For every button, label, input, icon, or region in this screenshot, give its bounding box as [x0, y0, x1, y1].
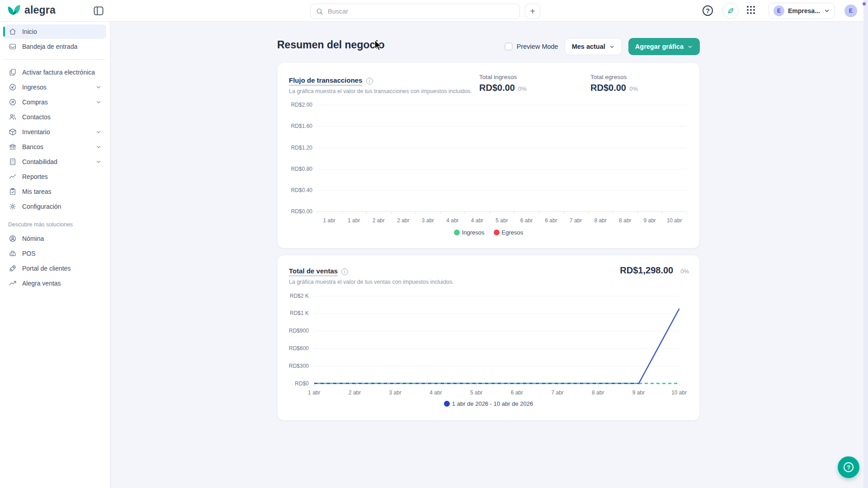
- legend-item-date-range[interactable]: 1 abr de 2026 - 10 abr de 2026: [444, 400, 533, 407]
- tasks-clipboard-icon: [8, 188, 17, 196]
- gridline: [317, 126, 687, 127]
- sidebar-collapse-icon[interactable]: [93, 5, 104, 16]
- sidebar-item-label: Portal de clientes: [22, 265, 71, 272]
- sidebar-item-label: POS: [22, 250, 36, 257]
- legend-item-ingresos[interactable]: Ingresos: [454, 229, 485, 236]
- search-bar[interactable]: [310, 4, 520, 19]
- sidebar-item-bandeja[interactable]: Bandeja de entrada: [4, 39, 106, 54]
- y-tick: RD$1.60: [291, 123, 312, 129]
- sidebar-item-contabilidad[interactable]: Contabilidad: [4, 155, 106, 169]
- user-avatar[interactable]: E: [844, 5, 857, 17]
- sidebar-item-label: Reportes: [22, 173, 48, 180]
- sidebar-item-ingresos[interactable]: Ingresos: [4, 80, 106, 94]
- sidebar-item-label: Alegra ventas: [22, 280, 61, 287]
- sidebar-item-label: Bancos: [22, 143, 43, 150]
- sidebar-item-pos[interactable]: POS: [4, 246, 106, 261]
- home-icon: [8, 28, 17, 36]
- sidebar-item-label: Activar factura electrónica: [22, 69, 95, 76]
- documents-icon: [8, 68, 17, 77]
- search-input[interactable]: [328, 8, 514, 15]
- preview-mode-checkbox[interactable]: [505, 42, 513, 51]
- chevron-down-icon: [95, 159, 102, 165]
- expense-arrow-icon: [8, 98, 17, 107]
- y-tick: RD$0.80: [291, 166, 312, 172]
- sidebar-item-bancos[interactable]: Bancos: [4, 140, 106, 154]
- preview-mode-label: Preview Mode: [517, 43, 558, 50]
- sidebar-item-reportes[interactable]: Reportes: [4, 169, 106, 184]
- chart-legend: 1 abr de 2026 - 10 abr de 2026: [278, 400, 699, 407]
- payroll-person-icon: [8, 235, 17, 243]
- x-axis-labels: 1 abr1 abr 2 abr2 abr 3 abr4 abr 4 abr5 …: [317, 217, 687, 224]
- sustainability-leaf-icon[interactable]: [722, 3, 739, 19]
- x-axis-labels: 1 abr2 abr 3 abr4 abr 5 abr6 abr 7 abr8 …: [294, 389, 699, 396]
- apps-grid-icon[interactable]: [747, 6, 756, 15]
- company-selector[interactable]: E Empresa...: [769, 3, 835, 19]
- y-tick: RD$0.40: [291, 187, 312, 193]
- sidebar-item-label: Ingresos: [22, 84, 47, 91]
- sidebar-item-contactos[interactable]: Contactos: [4, 110, 106, 124]
- total-ingresos-percent: 0%: [518, 85, 527, 92]
- sidebar-item-mis-tareas[interactable]: Mis tareas: [4, 184, 106, 199]
- preview-mode-toggle[interactable]: Preview Mode: [505, 42, 558, 51]
- sidebar: Inicio Bandeja de entrada Activar factur…: [0, 22, 110, 488]
- top-bar: alegra + ? E Empresa... E: [0, 0, 868, 22]
- sidebar-item-label: Nómina: [22, 235, 44, 242]
- rocket-icon: [8, 264, 17, 273]
- page-scrollbar[interactable]: [863, 0, 868, 488]
- chevron-down-icon: [95, 129, 102, 135]
- cash-register-icon: [8, 249, 17, 258]
- legend-dot-green: [454, 230, 460, 235]
- sidebar-item-portal-clientes[interactable]: Portal de clientes: [4, 261, 106, 276]
- sidebar-item-label: Inicio: [22, 28, 37, 35]
- total-ingresos-value: RD$0.00: [479, 83, 515, 93]
- card-subtitle: La gráfica muestra el valor de tus trans…: [289, 88, 472, 94]
- sidebar-item-inicio[interactable]: Inicio: [4, 24, 106, 39]
- y-tick: RD$2.00: [291, 102, 312, 108]
- help-icon[interactable]: ?: [703, 5, 713, 16]
- notification-dot: [863, 2, 866, 5]
- sales-line-rise: [278, 255, 700, 421]
- report-chart-icon: [8, 173, 17, 181]
- add-chart-button[interactable]: Agregar gráfica: [628, 38, 700, 55]
- sidebar-item-inventario[interactable]: Inventario: [4, 125, 106, 139]
- info-icon[interactable]: i: [366, 78, 373, 84]
- total-ingresos-label: Total ingresos: [479, 74, 527, 80]
- chevron-down-icon: [687, 44, 693, 50]
- sidebar-item-compras[interactable]: Compras: [4, 95, 106, 109]
- mouse-cursor: [374, 40, 385, 52]
- contacts-icon: [8, 113, 17, 122]
- sidebar-item-factura-electronica[interactable]: Activar factura electrónica: [4, 65, 106, 80]
- inbox-icon: [8, 42, 17, 51]
- chevron-down-icon: [609, 44, 615, 50]
- period-selector-button[interactable]: Mes actual: [565, 38, 622, 55]
- box-icon: [8, 128, 17, 136]
- quick-create-button[interactable]: +: [525, 4, 540, 19]
- gridline: [317, 190, 687, 191]
- chevron-down-icon: [95, 144, 102, 150]
- alegra-logo[interactable]: alegra: [7, 4, 56, 16]
- gear-icon: [8, 202, 17, 211]
- sidebar-item-label: Configuración: [22, 203, 61, 210]
- sidebar-item-label: Compras: [22, 99, 48, 106]
- sidebar-item-configuracion[interactable]: Configuración: [4, 199, 106, 214]
- main-area: Resumen del negocio Preview Mode Mes act…: [110, 22, 868, 488]
- calculator-icon: [8, 158, 17, 166]
- company-avatar: E: [774, 5, 784, 16]
- period-selector-value: Mes actual: [572, 43, 605, 50]
- trending-up-icon: [8, 279, 17, 288]
- chevron-down-icon: [95, 84, 102, 90]
- sidebar-item-alegra-ventas[interactable]: Alegra ventas: [4, 276, 106, 291]
- legend-dot-red: [494, 230, 500, 235]
- total-sales-card: Total de ventas i La gráfica muestra el …: [277, 255, 700, 421]
- y-tick: RD$0.00: [291, 208, 312, 215]
- sidebar-section-label: Descubre más soluciones: [0, 214, 110, 231]
- total-egresos-percent: 0%: [629, 85, 638, 92]
- legend-dot-blue: [444, 401, 450, 407]
- transactions-flow-card: Flujo de transacciones i La gráfica mues…: [277, 62, 700, 249]
- card-title: Flujo de transacciones: [289, 76, 363, 85]
- chevron-down-icon: [824, 8, 830, 14]
- sidebar-item-nomina[interactable]: Nómina: [4, 231, 106, 246]
- floating-help-button[interactable]: ?: [838, 456, 859, 478]
- legend-item-egresos[interactable]: Egresos: [494, 229, 524, 236]
- bank-icon: [8, 143, 17, 151]
